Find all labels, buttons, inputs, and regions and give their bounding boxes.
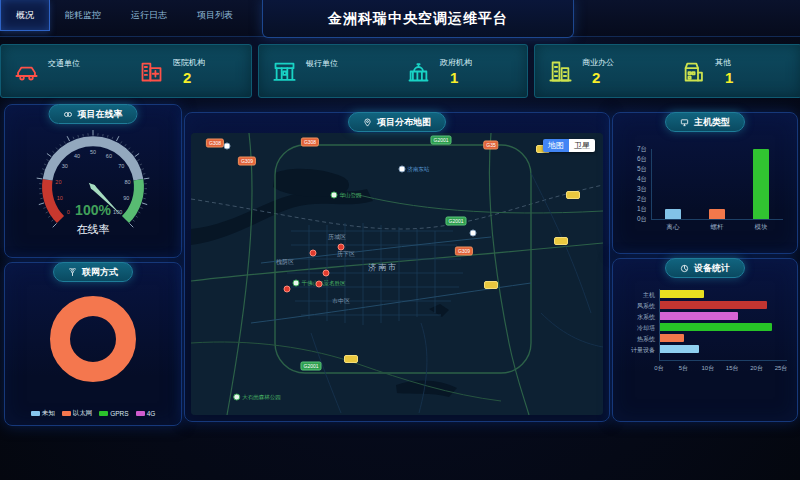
district-label: 历下区 (337, 250, 355, 259)
project-marker[interactable] (323, 270, 330, 277)
y-axis-category: 风系统 (621, 302, 655, 311)
network-mode-panel-header: 联网方式 (53, 262, 133, 282)
host-type-panel-title: 主机类型 (694, 116, 730, 129)
stat-value (316, 70, 338, 85)
host-type-panel-header: 主机类型 (665, 112, 745, 132)
stat-value: 2 (183, 69, 205, 86)
stat-label: 医院机构 (173, 57, 205, 68)
link-icon (64, 110, 73, 119)
road-badge (554, 237, 568, 245)
y-axis-tick: 0台 (621, 215, 647, 224)
y-axis-tick: 5台 (621, 165, 647, 174)
stat-item: 医院机构2 (126, 45, 251, 97)
station-dot-icon (470, 230, 477, 237)
svg-text:30: 30 (62, 163, 68, 169)
stat-card-2: 商业办公2其他1 (534, 44, 800, 98)
stat-card-1: 银行单位政府机构1 (258, 44, 528, 98)
legend-swatch (62, 411, 71, 416)
host-type-bar (709, 209, 725, 219)
stat-label: 银行单位 (306, 58, 338, 69)
station-marker (470, 230, 477, 237)
park-dot-icon (233, 394, 240, 401)
project-marker[interactable] (284, 286, 291, 293)
stat-value: 1 (450, 69, 472, 86)
project-map-panel-header: 项目分布地图 (348, 112, 446, 132)
nav-tab-2[interactable]: 运行日志 (116, 0, 182, 31)
district-label: 市中区 (332, 297, 350, 306)
y-axis-tick: 3台 (621, 185, 647, 194)
stat-value: 2 (592, 69, 614, 86)
svg-text:10: 10 (57, 195, 63, 201)
poi-name: 大石崮森林公园 (242, 394, 281, 401)
map-type-button-1[interactable]: 卫星 (569, 139, 595, 152)
road-badge: G309 (238, 157, 256, 166)
stat-value (58, 70, 80, 85)
svg-text:50: 50 (90, 149, 96, 155)
map-pin-icon (363, 118, 372, 127)
station-dot-icon (399, 166, 406, 173)
legend-item-4G[interactable]: 4G (136, 409, 156, 418)
y-axis-tick: 7台 (621, 145, 647, 154)
legend-item-以太网[interactable]: 以太网 (62, 409, 93, 418)
project-map-panel: 项目分布地图 (184, 112, 610, 422)
page-title: 金洲科瑞中央空调运维平台 (328, 10, 508, 28)
y-axis-category: 热系统 (621, 335, 655, 344)
svg-text:在线率: 在线率 (77, 223, 110, 235)
stat-texts: 医院机构2 (173, 57, 205, 86)
road-badge: G308 (206, 139, 224, 148)
stat-texts: 银行单位 (306, 58, 338, 85)
city-label: 济南市 (368, 262, 398, 273)
x-axis-line (651, 219, 783, 220)
nav-tab-0[interactable]: 概况 (0, 0, 50, 31)
legend-item-未知[interactable]: 未知 (31, 409, 55, 418)
legend-swatch (136, 411, 145, 416)
top-navigation-bar: 概况能耗监控运行日志项目列表视频监控 金洲科瑞中央空调运维平台 (0, 0, 800, 37)
network-legend: 未知以太网GPRS4G (5, 409, 181, 418)
road-badge (344, 355, 358, 363)
x-axis-category: 模块 (741, 223, 781, 232)
bank-icon (271, 58, 298, 85)
host-type-bar (665, 209, 681, 219)
stat-item: 其他1 (668, 45, 800, 97)
stat-item: 政府机构1 (393, 45, 527, 97)
stat-texts: 其他1 (715, 57, 733, 86)
project-marker[interactable] (310, 250, 317, 257)
stat-texts: 商业办公2 (582, 57, 614, 86)
svg-text:0: 0 (67, 209, 70, 215)
stat-label: 交通单位 (48, 58, 80, 69)
legend-item-GPRS[interactable]: GPRS (99, 409, 128, 418)
road-badge: G2001 (445, 217, 466, 226)
map-type-button-0[interactable]: 地图 (543, 139, 569, 152)
stat-label: 商业办公 (582, 57, 614, 68)
project-marker[interactable] (316, 281, 323, 288)
device-stats-bar-chart: 主机风系统水系统冷却塔热系统计量设备0台5台10台15台20台25台 (621, 283, 789, 413)
government-icon (405, 58, 432, 85)
legend-label: 未知 (42, 409, 55, 418)
hospital-icon (138, 58, 165, 85)
nav-tab-1[interactable]: 能耗监控 (50, 0, 116, 31)
road-badge (484, 281, 498, 289)
x-axis-category: 螺杆 (697, 223, 737, 232)
stat-item: 银行单位 (259, 45, 393, 97)
device-stats-panel: 设备统计 主机风系统水系统冷却塔热系统计量设备0台5台10台15台20台25台 (612, 258, 798, 422)
device-stats-panel-header: 设备统计 (665, 258, 745, 278)
stat-label: 其他 (715, 57, 733, 68)
nav-tab-3[interactable]: 项目列表 (182, 0, 248, 31)
legend-swatch (31, 411, 40, 416)
shop-icon (680, 58, 707, 85)
device-stat-bar (660, 323, 772, 331)
device-stat-bar (660, 301, 767, 309)
map-canvas[interactable]: 地图卫星 G308G309G308G35G309G2001G2001G2001济… (191, 133, 603, 415)
x-axis-tick: 5台 (673, 364, 693, 373)
station-marker: 济南东站 (399, 166, 430, 173)
svg-text:90: 90 (123, 195, 129, 201)
project-marker[interactable] (338, 244, 345, 251)
station-dot-icon (224, 143, 231, 150)
x-axis-tick: 0台 (649, 364, 669, 373)
chart-icon (680, 264, 689, 273)
host-type-panel: 主机类型 0台1台2台3台4台5台6台7台离心螺杆模块 (612, 112, 798, 254)
legend-label: 4G (147, 410, 156, 417)
svg-text:40: 40 (74, 153, 80, 159)
online-rate-panel-header: 项目在线率 (49, 104, 138, 124)
station-name: 济南东站 (408, 166, 430, 173)
